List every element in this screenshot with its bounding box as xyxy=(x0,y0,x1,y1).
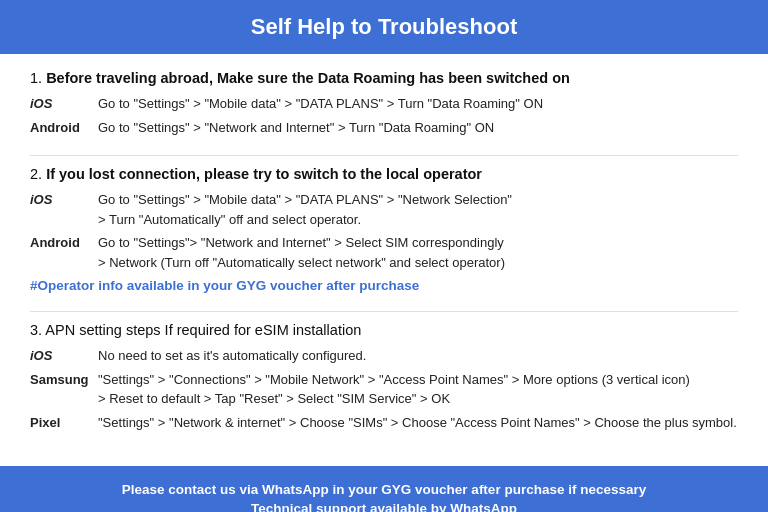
section-1-heading-bold: Before traveling abroad, Make sure the D… xyxy=(46,70,570,86)
section-1-android-row: Android Go to "Settings" > "Network and … xyxy=(30,118,738,138)
section-1: 1. Before traveling abroad, Make sure th… xyxy=(30,70,738,137)
section-3-ios-text: No need to set as it's automatically con… xyxy=(98,346,738,366)
section-1-ios-row: iOS Go to "Settings" > "Mobile data" > "… xyxy=(30,94,738,114)
page-title: Self Help to Troubleshoot xyxy=(251,14,517,39)
footer-line-1: Please contact us via WhatsApp in your G… xyxy=(20,482,748,497)
section-2-android-text: Go to "Settings"> "Network and Internet"… xyxy=(98,233,738,272)
section-3-samsung-row: Samsung "Settings" > "Connections" > "Mo… xyxy=(30,370,738,409)
section-2-heading-bold: If you lost connection, please try to sw… xyxy=(46,166,482,182)
section-3-heading: 3. APN setting steps If required for eSI… xyxy=(30,322,738,338)
section-3: 3. APN setting steps If required for eSI… xyxy=(30,322,738,432)
section-2-android-label: Android xyxy=(30,233,98,272)
footer-line-2: Technical support available by WhatsApp xyxy=(20,501,748,512)
page-footer: Please contact us via WhatsApp in your G… xyxy=(0,466,768,512)
section-1-number: 1. xyxy=(30,70,42,86)
section-2-ios-row: iOS Go to "Settings" > "Mobile data" > "… xyxy=(30,190,738,229)
divider-2 xyxy=(30,311,738,312)
main-content: 1. Before traveling abroad, Make sure th… xyxy=(0,54,768,466)
section-3-ios-label: iOS xyxy=(30,346,98,366)
section-2: 2. If you lost connection, please try to… xyxy=(30,166,738,293)
section-3-samsung-label: Samsung xyxy=(30,370,98,409)
section-1-ios-text: Go to "Settings" > "Mobile data" > "DATA… xyxy=(98,94,738,114)
section-2-ios-text: Go to "Settings" > "Mobile data" > "DATA… xyxy=(98,190,738,229)
page-header: Self Help to Troubleshoot xyxy=(0,0,768,54)
section-3-pixel-text: "Settings" > "Network & internet" > Choo… xyxy=(98,413,738,433)
section-2-android-row: Android Go to "Settings"> "Network and I… xyxy=(30,233,738,272)
section-2-highlight: #Operator info available in your GYG vou… xyxy=(30,278,738,293)
section-3-pixel-row: Pixel "Settings" > "Network & internet" … xyxy=(30,413,738,433)
section-2-number: 2. xyxy=(30,166,42,182)
section-3-samsung-text: "Settings" > "Connections" > "Mobile Net… xyxy=(98,370,738,409)
section-3-number: 3. xyxy=(30,322,42,338)
section-3-heading-plain: APN setting steps If required for eSIM i… xyxy=(45,322,361,338)
section-3-ios-row: iOS No need to set as it's automatically… xyxy=(30,346,738,366)
section-1-ios-label: iOS xyxy=(30,94,98,114)
section-1-android-label: Android xyxy=(30,118,98,138)
section-2-heading: 2. If you lost connection, please try to… xyxy=(30,166,738,182)
section-1-android-text: Go to "Settings" > "Network and Internet… xyxy=(98,118,738,138)
section-2-ios-label: iOS xyxy=(30,190,98,229)
section-3-pixel-label: Pixel xyxy=(30,413,98,433)
section-1-heading: 1. Before traveling abroad, Make sure th… xyxy=(30,70,738,86)
divider-1 xyxy=(30,155,738,156)
